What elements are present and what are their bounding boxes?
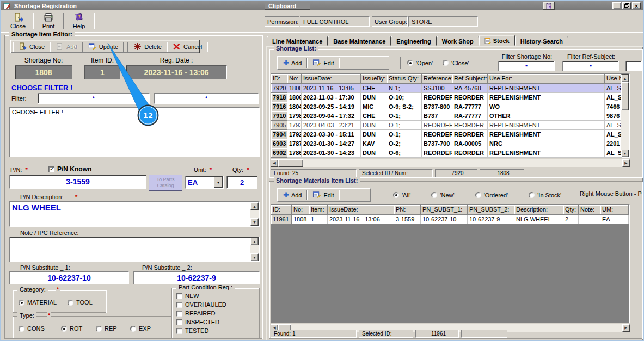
- column-header[interactable]: PN_SUBST_2:: [468, 205, 514, 215]
- pn-input[interactable]: 3-1559: [9, 175, 146, 189]
- materials-edit-button[interactable]: Edit: [309, 190, 337, 201]
- scrollbar-thumb[interactable]: [621, 82, 629, 110]
- table-cell[interactable]: O-1;: [387, 111, 422, 121]
- table-cell[interactable]: 1: [309, 215, 328, 224]
- table-cell[interactable]: 3-1559: [394, 215, 421, 224]
- radio-in-stock[interactable]: 'In Stock': [529, 192, 561, 199]
- filter-input-1[interactable]: *: [38, 93, 150, 104]
- table-cell[interactable]: 10-62237-9: [468, 215, 514, 224]
- scroll-down-icon[interactable]: ▼: [621, 150, 629, 157]
- table-cell[interactable]: 2023-01-30 - 14:27: [302, 139, 361, 148]
- tab-history-search[interactable]: History-Search: [515, 36, 568, 46]
- note-ipc-textarea[interactable]: ▲▼: [9, 237, 260, 262]
- table-row[interactable]: 790517932023-04-03 - 23:21DUNO-1;REORDER…: [271, 121, 621, 130]
- table-cell[interactable]: 7916: [271, 102, 287, 111]
- textarea-scrollbar[interactable]: ▲▼: [250, 238, 259, 261]
- title-bar[interactable]: Shortage Registration Clipboard s _ ×: [1, 1, 643, 10]
- table-cell[interactable]: 7466: [605, 102, 622, 111]
- table-cell[interactable]: DUN: [361, 93, 387, 102]
- tab-stock[interactable]: Stock: [479, 35, 515, 46]
- table-cell[interactable]: REORDER: [422, 121, 452, 130]
- table-row[interactable]: 791818062023-11-03 - 17:30DUNO-10;REORDE…: [271, 93, 621, 102]
- close-app-button[interactable]: Close: [5, 12, 30, 30]
- table-cell[interactable]: WO: [488, 102, 605, 111]
- materials-add-button[interactable]: ✚Add: [280, 190, 305, 200]
- tab-base-maintenance[interactable]: Base Maintenance: [328, 36, 391, 46]
- scrollbar-thumb[interactable]: [278, 159, 303, 167]
- table-cell[interactable]: AL_S: [605, 130, 622, 139]
- radio-new[interactable]: 'New': [431, 192, 454, 199]
- radio-close[interactable]: 'Close': [443, 60, 469, 66]
- to-parts-catalog-button[interactable]: To PartsCatalog: [149, 175, 182, 191]
- radio-rep[interactable]: REP: [96, 325, 117, 332]
- table-cell[interactable]: KAV: [361, 139, 387, 148]
- editor-add-button[interactable]: Add: [52, 41, 81, 52]
- scroll-up-icon[interactable]: ▲: [621, 75, 629, 82]
- restore-button[interactable]: [622, 2, 631, 9]
- table-cell[interactable]: B737-700: [422, 139, 452, 148]
- table-cell[interactable]: EA: [600, 215, 629, 224]
- shortage-horizontal-scrollbar[interactable]: ◀ ▶: [271, 159, 630, 167]
- shortage-add-button[interactable]: ✚Add: [280, 58, 305, 68]
- column-header[interactable]: PN:: [394, 205, 421, 215]
- table-cell[interactable]: 6903: [271, 139, 287, 148]
- table-cell[interactable]: O-9; S-2;: [387, 102, 422, 111]
- table-cell[interactable]: CHE: [361, 111, 387, 121]
- table-row[interactable]: 11961180812023-11-16 - 13:063-155910-622…: [271, 215, 629, 224]
- column-header[interactable]: Use N: [605, 74, 622, 84]
- column-header[interactable]: IssueDate:: [328, 205, 394, 215]
- filter-input-2[interactable]: *: [154, 93, 259, 104]
- print-button[interactable]: Print: [36, 12, 61, 30]
- table-cell[interactable]: B737: [422, 111, 452, 121]
- table-cell[interactable]: 1793: [287, 121, 302, 130]
- table-cell[interactable]: 10-62237-10: [421, 215, 468, 224]
- tab-work-shop[interactable]: Work Shop: [437, 36, 479, 46]
- filter-extra-input[interactable]: [625, 61, 642, 71]
- table-cell[interactable]: 2: [563, 215, 579, 224]
- radio-cons[interactable]: CONS: [19, 325, 45, 332]
- radio-material[interactable]: MATERIAL: [19, 299, 57, 306]
- column-header[interactable]: Item:: [309, 205, 328, 215]
- editor-close-button[interactable]: Close: [15, 41, 48, 52]
- checkbox-tested[interactable]: TESTED: [176, 327, 208, 334]
- table-cell[interactable]: REORDER: [452, 148, 488, 158]
- table-cell[interactable]: AL_S: [605, 84, 622, 93]
- editor-delete-button[interactable]: Delete: [130, 41, 165, 52]
- table-cell[interactable]: 6902: [271, 148, 287, 158]
- table-cell[interactable]: 7904: [271, 130, 287, 139]
- table-cell[interactable]: 9876: [605, 111, 622, 121]
- pn-description-textarea[interactable]: NLG WHEEL ▲▼: [9, 201, 260, 227]
- table-cell[interactable]: O-10;: [387, 93, 422, 102]
- table-cell[interactable]: B737-800: [422, 102, 452, 111]
- table-cell[interactable]: DUN: [361, 130, 387, 139]
- radio-exp[interactable]: EXP: [130, 325, 151, 332]
- close-window-button[interactable]: ×: [632, 2, 641, 9]
- column-header[interactable]: UM:: [600, 205, 629, 215]
- table-cell[interactable]: RA-77777: [452, 102, 488, 111]
- editor-cancel-button[interactable]: Cancel: [169, 41, 205, 52]
- clipboard-panel-caption[interactable]: Clipboard: [265, 2, 310, 10]
- table-cell[interactable]: O-1;: [387, 130, 422, 139]
- textarea-scrollbar[interactable]: ▲▼: [250, 202, 259, 226]
- shortage-table[interactable]: ID:No:IssueDate:IssueBy:Status-Qty:Refer…: [271, 73, 630, 158]
- scroll-up-icon[interactable]: ▲: [250, 202, 259, 210]
- clipboard-icon[interactable]: s: [543, 2, 555, 10]
- table-cell[interactable]: 1792: [287, 130, 302, 139]
- column-header[interactable]: ID:: [271, 205, 292, 215]
- table-cell[interactable]: 1798: [287, 111, 302, 121]
- table-cell[interactable]: REPLENISHMENT: [488, 130, 605, 139]
- table-cell[interactable]: 2023-04-03 - 23:21: [302, 121, 361, 130]
- scroll-left-icon[interactable]: ◀: [271, 159, 278, 167]
- column-header[interactable]: Reference:: [422, 74, 452, 84]
- filter-shortage-no-input[interactable]: *: [498, 61, 555, 71]
- column-header[interactable]: ID:: [271, 74, 287, 84]
- table-cell[interactable]: RA-45768: [452, 84, 488, 93]
- table-cell[interactable]: 1808: [287, 84, 302, 93]
- table-cell[interactable]: REORDER: [452, 93, 488, 102]
- table-cell[interactable]: CHE: [361, 84, 387, 93]
- table-cell[interactable]: O-1;: [387, 121, 422, 130]
- column-header[interactable]: Ref-Subject:: [452, 74, 488, 84]
- editor-update-button[interactable]: Update: [85, 41, 121, 52]
- table-row[interactable]: 792018082023-11-16 - 13:05CHEN-1;SSJ100R…: [271, 84, 621, 93]
- table-cell[interactable]: 2023-11-03 - 17:30: [302, 93, 361, 102]
